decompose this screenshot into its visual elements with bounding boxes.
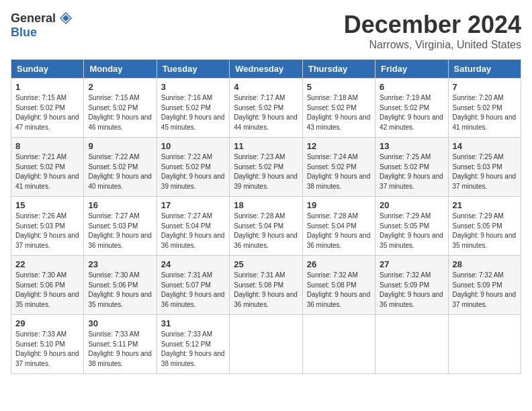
day-info: Sunrise: 7:31 AMSunset: 5:08 PMDaylight:…	[234, 271, 298, 310]
day-info: Sunrise: 7:19 AMSunset: 5:02 PMDaylight:…	[380, 93, 443, 132]
day-number: 9	[88, 141, 152, 151]
calendar-cell: 10Sunrise: 7:22 AMSunset: 5:02 PMDayligh…	[157, 138, 229, 197]
calendar-cell: 19Sunrise: 7:28 AMSunset: 5:04 PMDayligh…	[302, 197, 375, 256]
day-number: 26	[307, 259, 371, 269]
day-info: Sunrise: 7:21 AMSunset: 5:02 PMDaylight:…	[15, 152, 79, 191]
day-info: Sunrise: 7:30 AMSunset: 5:06 PMDaylight:…	[15, 271, 79, 310]
calendar-cell: 22Sunrise: 7:30 AMSunset: 5:06 PMDayligh…	[11, 256, 84, 315]
calendar-cell: 29Sunrise: 7:33 AMSunset: 5:10 PMDayligh…	[11, 315, 84, 374]
day-info: Sunrise: 7:29 AMSunset: 5:05 PMDaylight:…	[380, 212, 443, 250]
logo-general-text: General	[11, 11, 56, 26]
day-number: 23	[88, 259, 152, 269]
day-number: 12	[307, 141, 371, 151]
weekday-header-monday: Monday	[84, 60, 157, 79]
day-number: 7	[453, 82, 517, 92]
calendar-cell: 1Sunrise: 7:15 AMSunset: 5:02 PMDaylight…	[11, 79, 84, 138]
calendar-cell: 2Sunrise: 7:15 AMSunset: 5:02 PMDaylight…	[84, 79, 157, 138]
calendar-cell: 14Sunrise: 7:25 AMSunset: 5:03 PMDayligh…	[448, 138, 521, 197]
calendar-cell	[375, 315, 448, 374]
calendar-cell: 13Sunrise: 7:25 AMSunset: 5:02 PMDayligh…	[375, 138, 448, 197]
day-number: 24	[161, 259, 225, 269]
day-info: Sunrise: 7:22 AMSunset: 5:02 PMDaylight:…	[161, 152, 225, 191]
day-number: 20	[380, 200, 443, 210]
day-info: Sunrise: 7:15 AMSunset: 5:02 PMDaylight:…	[15, 93, 79, 132]
day-number: 31	[161, 318, 225, 328]
weekday-header-saturday: Saturday	[448, 60, 521, 79]
day-number: 8	[15, 141, 79, 151]
weekday-header-wednesday: Wednesday	[230, 60, 302, 79]
day-info: Sunrise: 7:27 AMSunset: 5:03 PMDaylight:…	[88, 212, 152, 250]
calendar-cell: 30Sunrise: 7:33 AMSunset: 5:11 PMDayligh…	[84, 315, 157, 374]
weekday-header-thursday: Thursday	[302, 60, 375, 79]
day-info: Sunrise: 7:25 AMSunset: 5:02 PMDaylight:…	[380, 152, 443, 191]
day-info: Sunrise: 7:24 AMSunset: 5:02 PMDaylight:…	[307, 152, 371, 191]
calendar-cell: 4Sunrise: 7:17 AMSunset: 5:02 PMDaylight…	[230, 79, 302, 138]
calendar-cell: 20Sunrise: 7:29 AMSunset: 5:05 PMDayligh…	[375, 197, 448, 256]
day-info: Sunrise: 7:20 AMSunset: 5:02 PMDaylight:…	[453, 93, 517, 132]
location-title: Narrows, Virginia, United States	[344, 39, 521, 51]
calendar-cell: 31Sunrise: 7:33 AMSunset: 5:12 PMDayligh…	[157, 315, 229, 374]
calendar-cell	[302, 315, 375, 374]
calendar-cell: 28Sunrise: 7:32 AMSunset: 5:09 PMDayligh…	[448, 256, 521, 315]
day-info: Sunrise: 7:27 AMSunset: 5:04 PMDaylight:…	[161, 212, 225, 250]
calendar-cell: 18Sunrise: 7:28 AMSunset: 5:04 PMDayligh…	[230, 197, 302, 256]
day-number: 29	[15, 318, 79, 328]
calendar-cell: 7Sunrise: 7:20 AMSunset: 5:02 PMDaylight…	[448, 79, 521, 138]
calendar-title-area: December 2024 Narrows, Virginia, United …	[344, 11, 521, 51]
day-number: 16	[88, 200, 152, 210]
calendar-cell: 5Sunrise: 7:18 AMSunset: 5:02 PMDaylight…	[302, 79, 375, 138]
calendar-cell: 6Sunrise: 7:19 AMSunset: 5:02 PMDaylight…	[375, 79, 448, 138]
day-number: 22	[15, 259, 79, 269]
calendar-cell: 12Sunrise: 7:24 AMSunset: 5:02 PMDayligh…	[302, 138, 375, 197]
calendar-week-row: 15Sunrise: 7:26 AMSunset: 5:03 PMDayligh…	[11, 197, 521, 256]
page-header: General Blue December 2024 Narrows, Virg…	[11, 11, 521, 51]
day-number: 2	[88, 82, 152, 92]
day-number: 13	[380, 141, 443, 151]
day-number: 10	[161, 141, 225, 151]
calendar-cell: 9Sunrise: 7:22 AMSunset: 5:02 PMDaylight…	[84, 138, 157, 197]
day-info: Sunrise: 7:18 AMSunset: 5:02 PMDaylight:…	[307, 93, 371, 132]
day-info: Sunrise: 7:28 AMSunset: 5:04 PMDaylight:…	[234, 212, 298, 250]
day-number: 4	[234, 82, 298, 92]
day-info: Sunrise: 7:32 AMSunset: 5:09 PMDaylight:…	[453, 271, 517, 310]
day-info: Sunrise: 7:17 AMSunset: 5:02 PMDaylight:…	[234, 93, 298, 132]
day-info: Sunrise: 7:30 AMSunset: 5:06 PMDaylight:…	[88, 271, 152, 310]
calendar-cell: 21Sunrise: 7:29 AMSunset: 5:05 PMDayligh…	[448, 197, 521, 256]
day-info: Sunrise: 7:16 AMSunset: 5:02 PMDaylight:…	[161, 93, 225, 132]
day-info: Sunrise: 7:25 AMSunset: 5:03 PMDaylight:…	[453, 152, 517, 191]
day-number: 14	[453, 141, 517, 151]
day-number: 15	[15, 200, 79, 210]
calendar-cell: 11Sunrise: 7:23 AMSunset: 5:02 PMDayligh…	[230, 138, 302, 197]
calendar-cell: 27Sunrise: 7:32 AMSunset: 5:09 PMDayligh…	[375, 256, 448, 315]
day-number: 11	[234, 141, 298, 151]
day-info: Sunrise: 7:33 AMSunset: 5:11 PMDaylight:…	[88, 330, 152, 369]
weekday-header-sunday: Sunday	[11, 60, 84, 79]
month-title: December 2024	[344, 11, 521, 39]
calendar-week-row: 22Sunrise: 7:30 AMSunset: 5:06 PMDayligh…	[11, 256, 521, 315]
day-info: Sunrise: 7:15 AMSunset: 5:02 PMDaylight:…	[88, 93, 152, 132]
day-info: Sunrise: 7:29 AMSunset: 5:05 PMDaylight:…	[453, 212, 517, 250]
day-number: 30	[88, 318, 152, 328]
day-info: Sunrise: 7:33 AMSunset: 5:10 PMDaylight:…	[15, 330, 79, 369]
weekday-header-row: SundayMondayTuesdayWednesdayThursdayFrid…	[11, 60, 521, 79]
calendar-cell	[230, 315, 302, 374]
calendar-cell: 3Sunrise: 7:16 AMSunset: 5:02 PMDaylight…	[157, 79, 229, 138]
calendar-cell: 15Sunrise: 7:26 AMSunset: 5:03 PMDayligh…	[11, 197, 84, 256]
calendar-week-row: 1Sunrise: 7:15 AMSunset: 5:02 PMDaylight…	[11, 79, 521, 138]
day-info: Sunrise: 7:22 AMSunset: 5:02 PMDaylight:…	[88, 152, 152, 191]
day-info: Sunrise: 7:28 AMSunset: 5:04 PMDaylight:…	[307, 212, 371, 250]
weekday-header-tuesday: Tuesday	[157, 60, 229, 79]
day-number: 19	[307, 200, 371, 210]
day-number: 5	[307, 82, 371, 92]
calendar-week-row: 8Sunrise: 7:21 AMSunset: 5:02 PMDaylight…	[11, 138, 521, 197]
calendar-week-row: 29Sunrise: 7:33 AMSunset: 5:10 PMDayligh…	[11, 315, 521, 374]
day-number: 18	[234, 200, 298, 210]
day-number: 17	[161, 200, 225, 210]
logo: General Blue	[11, 11, 73, 40]
day-number: 6	[380, 82, 443, 92]
weekday-header-friday: Friday	[375, 60, 448, 79]
calendar-cell: 23Sunrise: 7:30 AMSunset: 5:06 PMDayligh…	[84, 256, 157, 315]
day-number: 1	[15, 82, 79, 92]
calendar-cell: 26Sunrise: 7:32 AMSunset: 5:08 PMDayligh…	[302, 256, 375, 315]
day-info: Sunrise: 7:31 AMSunset: 5:07 PMDaylight:…	[161, 271, 225, 310]
